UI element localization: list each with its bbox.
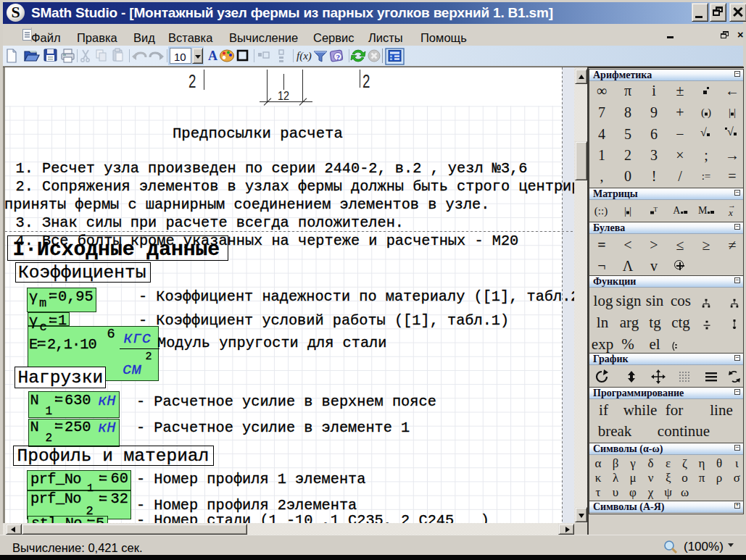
svg-text:A: A [208, 49, 217, 63]
svg-text:?: ? [336, 53, 341, 62]
svg-text:f(x): f(x) [297, 50, 312, 62]
